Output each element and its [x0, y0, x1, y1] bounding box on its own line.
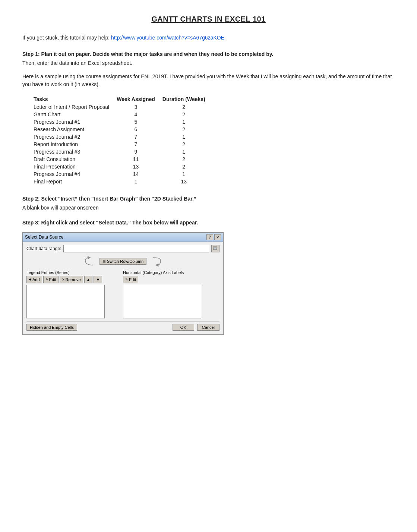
chart-range-input[interactable] — [63, 245, 209, 252]
add-series-button[interactable]: ✚ Add — [26, 276, 42, 283]
ok-cancel-buttons: OK Cancel — [173, 324, 219, 331]
step2-subtext: A blank box will appear onscreen — [22, 205, 395, 211]
table-cell: 2 — [162, 163, 213, 170]
switch-btn-label: Switch Row/Column — [107, 259, 143, 264]
table-cell: 1 — [117, 178, 162, 185]
table-cell: 3 — [117, 103, 162, 111]
table-row: Progress Journal #271 — [34, 133, 213, 141]
dialog-body: Chart data range: — [23, 242, 223, 334]
col-header-duration: Duration (Weeks) — [162, 95, 213, 103]
legend-col: Legend Entries (Series) ✚ Add ✎ Edit ✕ R — [26, 270, 123, 318]
switch-icon: ⊞ — [102, 259, 105, 264]
table-cell: 1 — [162, 118, 213, 126]
edit-icon: ✎ — [45, 278, 48, 281]
dialog-titlebar: Select Data Source ? ✕ — [23, 233, 223, 242]
right-arrow-icon — [149, 256, 168, 267]
table-cell: 2 — [162, 155, 213, 163]
table-cell: 13 — [162, 178, 213, 185]
horiz-edit-icon: ✎ — [125, 278, 128, 281]
intro-link[interactable]: http://www.youtube.com/watch?v=sA67g6zaK… — [111, 35, 224, 41]
table-cell: 9 — [117, 148, 162, 155]
task-table: Tasks Week Assigned Duration (Weeks) Let… — [34, 95, 213, 185]
remove-icon: ✕ — [62, 278, 65, 281]
chart-range-select-button[interactable] — [211, 245, 219, 252]
table-cell: 1 — [162, 148, 213, 155]
dialog-footer: Hidden and Empty Cells OK Cancel — [26, 321, 219, 331]
table-cell: Draft Consultation — [34, 155, 117, 163]
horiz-list[interactable] — [123, 285, 201, 318]
dialog-container: Select Data Source ? ✕ Chart data range: — [22, 232, 395, 335]
dialog-title: Select Data Source — [25, 234, 63, 240]
legend-horiz-row: Legend Entries (Series) ✚ Add ✎ Edit ✕ R — [26, 270, 219, 318]
add-label: Add — [32, 277, 40, 282]
remove-series-button[interactable]: ✕ Remove — [60, 276, 83, 283]
horiz-col: Horizontal (Category) Axis Labels ✎ Edit — [123, 270, 219, 318]
page-title: GANTT CHARTS IN EXCEL 101 — [22, 15, 395, 23]
series-list[interactable] — [26, 285, 105, 318]
table-cell: 7 — [117, 141, 162, 148]
add-icon: ✚ — [29, 278, 32, 281]
table-row: Progress Journal #151 — [34, 118, 213, 126]
table-row: Progress Journal #391 — [34, 148, 213, 155]
table-cell: 5 — [117, 118, 162, 126]
table-cell: Progress Journal #4 — [34, 170, 117, 178]
chart-range-row: Chart data range: — [26, 245, 219, 252]
legend-col-label: Legend Entries (Series) — [26, 270, 123, 275]
horiz-controls: ✎ Edit — [123, 276, 219, 283]
edit-label: Edit — [49, 277, 56, 282]
col-header-tasks: Tasks — [34, 95, 117, 103]
switch-row-column-button[interactable]: ⊞ Switch Row/Column — [99, 258, 146, 265]
table-cell: Progress Journal #3 — [34, 148, 117, 155]
series-controls: ✚ Add ✎ Edit ✕ Remove ▲ ▼ — [26, 276, 123, 283]
table-cell: Progress Journal #1 — [34, 118, 117, 126]
intro-text: If you get stuck, this tutorial may help… — [22, 35, 111, 41]
step1-subtext: Then, enter the data into an Excel sprea… — [22, 60, 395, 66]
table-cell: 1 — [162, 170, 213, 178]
table-cell: 7 — [117, 133, 162, 141]
step3-heading: Step 3: Right click and select “Select D… — [22, 220, 395, 226]
horiz-col-label: Horizontal (Category) Axis Labels — [123, 270, 219, 275]
table-cell: 2 — [162, 126, 213, 133]
table-cell: 14 — [117, 170, 162, 178]
move-up-button[interactable]: ▲ — [84, 276, 93, 283]
table-cell: 2 — [162, 111, 213, 118]
table-cell: Progress Journal #2 — [34, 133, 117, 141]
table-row: Report Introduction72 — [34, 141, 213, 148]
chart-range-label: Chart data range: — [26, 246, 61, 251]
table-row: Letter of Intent / Report Proposal32 — [34, 103, 213, 111]
table-row: Final Presentation132 — [34, 163, 213, 170]
table-cell: 13 — [117, 163, 162, 170]
hidden-empty-cells-button[interactable]: Hidden and Empty Cells — [26, 324, 77, 331]
dialog-help-button[interactable]: ? — [206, 234, 213, 240]
table-row: Draft Consultation112 — [34, 155, 213, 163]
table-cell: 1 — [162, 133, 213, 141]
horiz-edit-button[interactable]: ✎ Edit — [123, 276, 138, 283]
dialog-close-button[interactable]: ✕ — [214, 234, 221, 240]
table-cell: Letter of Intent / Report Proposal — [34, 103, 117, 111]
switch-row-container: ⊞ Switch Row/Column — [26, 256, 219, 267]
table-cell: 2 — [162, 103, 213, 111]
table-row: Progress Journal #4141 — [34, 170, 213, 178]
ok-button[interactable]: OK — [173, 324, 194, 331]
svg-rect-1 — [214, 248, 216, 249]
cancel-button[interactable]: Cancel — [197, 324, 219, 331]
horiz-edit-label: Edit — [129, 277, 136, 282]
intro-paragraph: If you get stuck, this tutorial may help… — [22, 35, 395, 41]
table-row: Final Report113 — [34, 178, 213, 185]
sample-text: Here is a sample using the course assign… — [22, 73, 395, 88]
edit-series-button[interactable]: ✎ Edit — [43, 276, 59, 283]
select-data-dialog: Select Data Source ? ✕ Chart data range: — [22, 232, 224, 335]
table-cell: Final Report — [34, 178, 117, 185]
table-cell: Final Presentation — [34, 163, 117, 170]
table-row: Research Assignment62 — [34, 126, 213, 133]
col-header-week: Week Assigned — [117, 95, 162, 103]
table-cell: Gantt Chart — [34, 111, 117, 118]
dialog-titlebar-buttons: ? ✕ — [206, 234, 221, 240]
table-cell: 6 — [117, 126, 162, 133]
left-arrow-icon — [78, 256, 97, 267]
remove-label: Remove — [66, 277, 81, 282]
table-cell: Report Introduction — [34, 141, 117, 148]
move-down-button[interactable]: ▼ — [94, 276, 102, 283]
step1-heading: Step 1: Plan it out on paper. Decide wha… — [22, 51, 395, 57]
table-cell: 11 — [117, 155, 162, 163]
